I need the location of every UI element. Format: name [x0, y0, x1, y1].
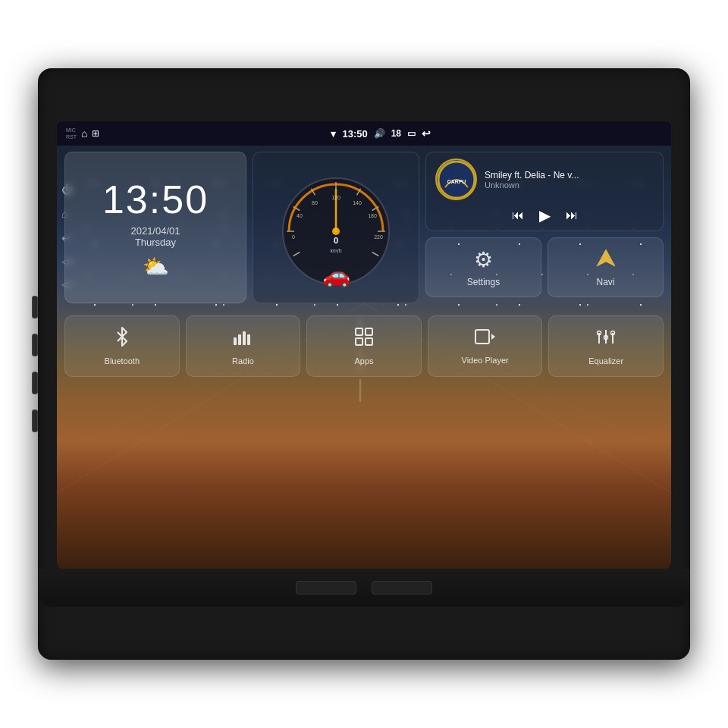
next-button[interactable]: ⏭ [566, 209, 578, 222]
screen-content: ⏻ ⌂ ↩ ◁+ ◁− 13:50 2021/04/01 Thursday ⛅ [57, 146, 671, 569]
speedometer-widget: 0 40 80 120 140 180 220 0 km/h 🚗 [253, 152, 419, 303]
side-button-4[interactable] [32, 410, 38, 432]
music-text: Smiley ft. Delia - Ne v... Unknown [485, 170, 654, 190]
svg-text:180: 180 [368, 213, 377, 218]
svg-marker-30 [597, 249, 615, 266]
video-button[interactable]: Video Player [428, 315, 543, 377]
svg-text:0: 0 [334, 236, 338, 245]
music-info: CARFU Smiley ft. Delia - Ne v... Unknown [435, 158, 654, 200]
navi-icon [595, 248, 617, 272]
svg-point-18 [332, 228, 340, 235]
battery-icon: ▭ [407, 128, 416, 139]
svg-rect-38 [366, 338, 372, 345]
mic-label: MICRST [66, 127, 77, 140]
bottom-row: Bluetooth Radio [57, 315, 671, 383]
equalizer-label: Equalizer [588, 356, 623, 366]
bluetooth-label: Bluetooth [105, 356, 140, 366]
utility-row: ⚙ Settings Navi [425, 237, 664, 297]
weather-icon: ⛅ [143, 254, 169, 279]
widget-grid: 13:50 2021/04/01 Thursday ⛅ [57, 146, 671, 315]
svg-rect-34 [247, 334, 250, 345]
home-icon[interactable]: ⌂ [81, 127, 87, 140]
apps-label: Apps [354, 356, 373, 366]
video-icon [475, 328, 496, 351]
album-art: CARFU [435, 158, 477, 200]
video-label: Video Player [462, 356, 509, 365]
svg-rect-33 [243, 331, 246, 345]
status-time: 13:50 [342, 128, 367, 140]
svg-rect-39 [475, 330, 489, 344]
svg-rect-32 [238, 334, 241, 345]
speedometer: 0 40 80 120 140 180 220 0 km/h 🚗 [260, 163, 412, 292]
back-icon[interactable]: ↩ [422, 127, 431, 140]
svg-text:40: 40 [297, 213, 303, 218]
radio-label: Radio [232, 356, 254, 366]
mount-bracket-right [372, 581, 432, 595]
mount-bracket-left [296, 581, 356, 595]
music-controls: ⏮ ▶ ⏭ [435, 206, 654, 224]
music-artist: Unknown [485, 180, 654, 190]
clock-date: 2021/04/01 [130, 225, 180, 237]
svg-text:120: 120 [331, 195, 340, 200]
bluetooth-icon [112, 327, 132, 352]
prev-button[interactable]: ⏮ [512, 209, 524, 222]
svg-rect-35 [356, 328, 362, 335]
svg-text:220: 220 [374, 234, 383, 240]
music-title: Smiley ft. Delia - Ne v... [485, 170, 654, 180]
equalizer-icon [596, 327, 616, 352]
wifi-icon: ▾ [331, 128, 336, 140]
settings-widget[interactable]: ⚙ Settings [425, 237, 541, 297]
side-button-3[interactable] [32, 372, 38, 394]
device-bottom [38, 569, 690, 607]
music-widget: CARFU Smiley ft. Delia - Ne v... Unknown… [425, 152, 664, 231]
settings-icon: ⚙ [474, 247, 493, 272]
radio-icon [232, 327, 253, 352]
svg-text:80: 80 [312, 200, 318, 206]
status-left: MICRST ⌂ ⊞ [66, 127, 99, 140]
status-center: ▾ 13:50 🔊 18 ▭ ↩ [331, 127, 431, 140]
side-button-2[interactable] [32, 334, 38, 356]
svg-text:CARFU: CARFU [447, 179, 466, 184]
car-head-unit: MICRST ⌂ ⊞ ▾ 13:50 🔊 18 ▭ ↩ [38, 68, 690, 660]
status-bar: MICRST ⌂ ⊞ ▾ 13:50 🔊 18 ▭ ↩ [57, 121, 671, 146]
apps-grid-icon [354, 327, 374, 352]
settings-label: Settings [467, 277, 500, 287]
bluetooth-button[interactable]: Bluetooth [64, 315, 180, 377]
svg-rect-37 [356, 338, 362, 345]
svg-text:0: 0 [292, 234, 295, 240]
svg-marker-40 [491, 334, 495, 340]
car-icon: 🚗 [322, 262, 350, 288]
play-button[interactable]: ▶ [539, 206, 551, 224]
side-button-1[interactable] [32, 296, 38, 318]
radio-button[interactable]: Radio [186, 315, 301, 377]
svg-rect-31 [234, 337, 237, 345]
clock-widget: 13:50 2021/04/01 Thursday ⛅ [64, 152, 246, 303]
navi-label: Navi [596, 277, 614, 287]
screen: MICRST ⌂ ⊞ ▾ 13:50 🔊 18 ▭ ↩ [57, 121, 671, 569]
volume-level: 18 [391, 128, 401, 139]
svg-rect-36 [366, 328, 372, 335]
equalizer-button[interactable]: Equalizer [548, 315, 664, 377]
svg-text:140: 140 [353, 200, 362, 206]
navi-widget[interactable]: Navi [548, 237, 664, 297]
volume-icon: 🔊 [374, 128, 385, 139]
apps-button[interactable]: Apps [306, 315, 422, 377]
clock-time: 13:50 [102, 177, 209, 222]
clock-day: Thursday [135, 237, 176, 248]
svg-text:km/h: km/h [330, 248, 341, 253]
apps-icon[interactable]: ⊞ [92, 128, 99, 139]
